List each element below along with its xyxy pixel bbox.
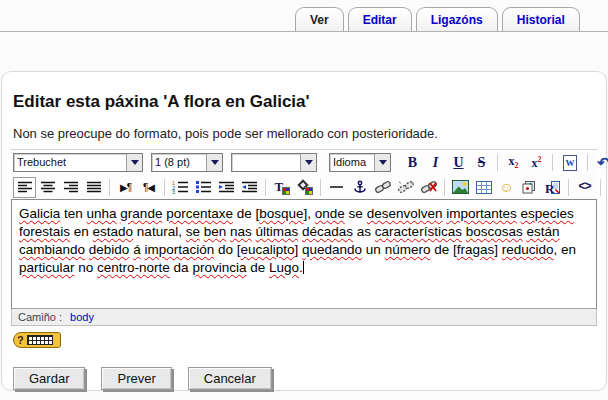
chevron-down-icon	[300, 154, 316, 171]
editor-canvas[interactable]: Galicia ten unha grande porcentaxe de [b…	[11, 199, 597, 309]
insert-link-icon	[374, 180, 392, 194]
prevent-autolink-button[interactable]	[417, 177, 440, 198]
html-source-button[interactable]: <>	[573, 177, 596, 198]
tab-label: Ver	[310, 13, 329, 27]
insert-link-button[interactable]	[371, 177, 394, 198]
language-select[interactable]: Idioma	[329, 153, 391, 172]
tab-ver[interactable]: Ver	[295, 7, 344, 32]
toolbar-separator	[265, 179, 266, 196]
save-button[interactable]: Gardar	[13, 367, 85, 390]
text-segment: particular	[19, 260, 75, 275]
highlight-color-button[interactable]	[293, 177, 316, 198]
text-segment: décadas	[302, 224, 353, 239]
tab-strip: Ver Editar Ligazóns Historial	[295, 7, 584, 32]
justify-button[interactable]	[82, 177, 105, 198]
toolbar-separator	[164, 179, 165, 196]
italic-button[interactable]: I	[424, 152, 447, 173]
editor-text: Galicia ten unha grande porcentaxe de [b…	[19, 206, 576, 275]
editor-help-button[interactable]: ?	[13, 332, 61, 348]
html-editor: Trebuchet 1 (8 pt) Idioma B I U S x2 x2	[11, 149, 597, 326]
prevent-autolink-icon	[420, 180, 438, 194]
format-select[interactable]	[231, 153, 317, 172]
text-segment: onde	[315, 206, 345, 221]
insert-table-icon	[476, 181, 492, 194]
toolbar-separator	[568, 179, 569, 196]
text-segment: fragas	[457, 242, 495, 257]
text-segment: as	[353, 224, 375, 239]
horizontal-rule-icon	[330, 186, 343, 188]
cancel-button[interactable]: Cancelar	[188, 367, 272, 390]
text-segment: , en	[554, 242, 577, 257]
text-segment: reducido	[502, 242, 554, 257]
search-replace-button[interactable]: R	[541, 177, 564, 198]
chevron-down-icon	[374, 154, 390, 171]
font-color-icon: T	[274, 179, 290, 195]
indent-icon	[241, 181, 258, 194]
unordered-list-button[interactable]	[192, 177, 215, 198]
font-color-button[interactable]: T	[270, 177, 293, 198]
text-segment: forestais	[19, 224, 70, 239]
question-mark-icon: ?	[17, 335, 24, 346]
superscript-icon: x2	[532, 156, 542, 169]
tab-label: Editar	[363, 13, 397, 27]
text-segment: ]	[295, 242, 303, 257]
superscript-button[interactable]: x2	[525, 152, 548, 173]
tab-ligazons[interactable]: Ligazóns	[416, 7, 498, 32]
anchor-button[interactable]	[348, 177, 371, 198]
text-segment: de [	[233, 206, 259, 221]
insert-image-button[interactable]	[449, 177, 472, 198]
svg-text:3: 3	[172, 189, 175, 194]
path-label: Camiño :	[18, 311, 62, 323]
font-size-select[interactable]: 1 (8 pt)	[151, 153, 223, 172]
tab-historial[interactable]: Historial	[502, 7, 580, 32]
preview-button[interactable]: Prever	[101, 367, 171, 390]
text-segment: se	[345, 206, 367, 221]
text-segment: ten	[60, 206, 86, 221]
form-actions: Gardar Prever Cancelar	[13, 367, 597, 390]
align-right-icon	[63, 181, 79, 194]
font-size-value: 1 (8 pt)	[152, 154, 206, 171]
clean-word-html-button[interactable]: W	[557, 152, 583, 173]
direction-rtl-icon: ¶◀	[143, 182, 154, 193]
align-left-button[interactable]	[13, 177, 36, 198]
insert-smiley-button[interactable]: ☺	[495, 177, 518, 198]
editor-toolbar-row-1: Trebuchet 1 (8 pt) Idioma B I U S x2 x2	[11, 150, 597, 174]
text-segment: Galicia	[19, 206, 60, 221]
bold-button[interactable]: B	[401, 152, 424, 173]
subscript-button[interactable]: x2	[502, 152, 525, 173]
strikethrough-button[interactable]: S	[470, 152, 493, 173]
path-body-link[interactable]: body	[70, 311, 94, 323]
horizontal-rule-button[interactable]	[325, 177, 348, 198]
text-segment: do [	[214, 242, 240, 257]
text-segment: últimas	[256, 224, 299, 239]
indent-button[interactable]	[238, 177, 261, 198]
unlink-button[interactable]	[394, 177, 417, 198]
text-segment: número	[385, 242, 431, 257]
content-panel: Editar esta páxina 'A flora en Galicia' …	[1, 71, 607, 391]
page-title: Editar esta páxina 'A flora en Galicia'	[13, 92, 595, 112]
outdent-button[interactable]	[215, 177, 238, 198]
tab-editar[interactable]: Editar	[348, 7, 412, 32]
insert-table-button[interactable]	[472, 177, 495, 198]
toolbar-separator	[320, 179, 321, 196]
align-center-icon	[40, 181, 56, 194]
align-center-button[interactable]	[36, 177, 59, 198]
undo-button[interactable]: ↶	[592, 152, 608, 173]
undo-icon: ↶	[597, 155, 608, 170]
direction-ltr-button[interactable]: ▶¶	[114, 177, 137, 198]
text-segment: nas	[230, 224, 252, 239]
text-segment: ]	[494, 242, 502, 257]
align-right-button[interactable]	[59, 177, 82, 198]
text-segment: importantes	[446, 206, 517, 221]
insert-character-button[interactable]	[518, 177, 541, 198]
ordered-list-button[interactable]: 123	[169, 177, 192, 198]
font-family-select[interactable]: Trebuchet	[13, 153, 143, 172]
tab-label: Historial	[517, 13, 565, 27]
underline-button[interactable]: U	[447, 152, 470, 173]
ordered-list-icon: 123	[172, 180, 189, 194]
direction-rtl-button[interactable]: ¶◀	[137, 177, 160, 198]
element-path-bar: Camiño : body	[11, 309, 597, 326]
text-segment: provincia	[192, 260, 246, 275]
text-segment: natural,	[133, 224, 186, 239]
toolbar-separator	[587, 154, 588, 171]
